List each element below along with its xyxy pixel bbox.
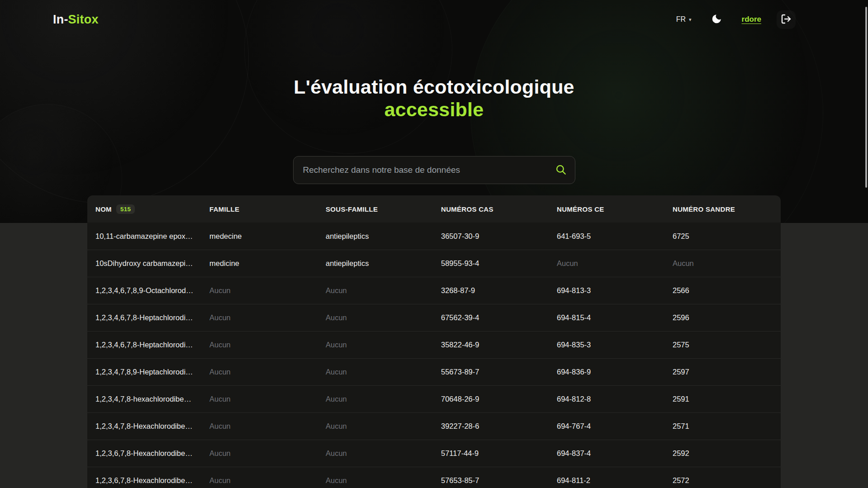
cell-numero-sandre: 2596 <box>673 313 773 322</box>
page-scrollbar[interactable] <box>863 0 868 488</box>
search-input[interactable] <box>294 156 552 184</box>
cell-sous-famille: Aucun <box>326 313 441 322</box>
cell-nom: 1,2,3,4,6,7,8-Heptachlorodi… <box>95 313 209 322</box>
cell-numero-sandre: 2597 <box>673 368 773 376</box>
column-header-sous-famille: SOUS-FAMILLE <box>326 205 441 213</box>
cell-numeros-cas: 57653-85-7 <box>441 476 557 485</box>
cell-famille: Aucun <box>209 422 326 431</box>
username-link[interactable]: rdore <box>742 15 761 24</box>
table-row[interactable]: 1,2,3,4,7,8-Hexachlorodibe… Aucun Aucun … <box>87 412 781 440</box>
cell-nom: 10,11-carbamazepine epox… <box>95 232 209 241</box>
cell-sous-famille: Aucun <box>326 341 441 349</box>
cell-numeros-ce: 641-693-5 <box>557 232 673 241</box>
cell-nom: 1,2,3,4,7,8-hexachlorodibe… <box>95 395 209 403</box>
cell-famille: Aucun <box>209 476 326 485</box>
column-header-label: NUMÉROS CAS <box>441 205 493 213</box>
cell-numeros-ce: 694-813-3 <box>557 286 673 295</box>
language-label: FR <box>676 15 686 24</box>
cell-numeros-ce: 694-767-4 <box>557 422 673 431</box>
cell-numeros-cas: 70648-26-9 <box>441 395 557 403</box>
cell-sous-famille: Aucun <box>326 476 441 485</box>
cell-numeros-ce: 694-811-2 <box>557 476 673 485</box>
cell-numeros-ce: 694-812-8 <box>557 395 673 403</box>
cell-numero-sandre: 6725 <box>673 232 773 241</box>
search-icon <box>555 164 567 177</box>
cell-numero-sandre: 2575 <box>673 341 773 349</box>
search-button[interactable] <box>552 164 575 177</box>
cell-sous-famille: antiepileptics <box>326 232 441 241</box>
cell-numeros-cas: 36507-30-9 <box>441 232 557 241</box>
cell-sous-famille: antiepileptics <box>326 259 441 268</box>
column-header-famille: FAMILLE <box>209 205 326 213</box>
logout-icon <box>781 14 792 26</box>
cell-sous-famille: Aucun <box>326 449 441 458</box>
cell-nom: 1,2,3,4,7,8-Hexachlorodibe… <box>95 422 209 431</box>
column-header-label: NUMÉRO SANDRE <box>673 205 735 213</box>
table-row[interactable]: 1,2,3,6,7,8-Hexachlorodibe… Aucun Aucun … <box>87 440 781 467</box>
cell-nom: 1,2,3,6,7,8-Hexachlorodibe… <box>95 476 209 485</box>
column-header-label: SOUS-FAMILLE <box>326 205 378 213</box>
substances-table: NOM 515 FAMILLE SOUS-FAMILLE NUMÉROS CAS… <box>87 195 781 488</box>
column-header-label: NOM <box>95 205 112 213</box>
column-header-numero-sandre: NUMÉRO SANDRE <box>673 205 773 213</box>
cell-numero-sandre: 2591 <box>673 395 773 403</box>
column-header-label: NUMÉROS CE <box>557 205 604 213</box>
table-body: 10,11-carbamazepine epox… medecine antie… <box>87 223 781 488</box>
table-row[interactable]: 1,2,3,4,6,7,8-Heptachlorodi… Aucun Aucun… <box>87 304 781 331</box>
cell-numeros-cas: 67562-39-4 <box>441 313 557 322</box>
brand-logo[interactable]: In-Sitox <box>53 13 99 27</box>
cell-numero-sandre: 2566 <box>673 286 773 295</box>
search-bar <box>293 156 575 184</box>
language-selector[interactable]: FR ▾ <box>676 15 692 24</box>
cell-nom: 1,2,3,4,6,7,8,9-Octachlorod… <box>95 286 209 295</box>
cell-nom: 1,2,3,6,7,8-Hexachlorodibe… <box>95 449 209 458</box>
cell-numero-sandre: 2592 <box>673 449 773 458</box>
table-row[interactable]: 1,2,3,4,7,8,9-Heptachlorodi… Aucun Aucun… <box>87 358 781 385</box>
cell-numeros-ce: 694-835-3 <box>557 341 673 349</box>
table-row[interactable]: 10,11-carbamazepine epox… medecine antie… <box>87 223 781 250</box>
cell-numeros-cas: 57117-44-9 <box>441 449 557 458</box>
cell-famille: Aucun <box>209 368 326 376</box>
column-header-numeros-ce: NUMÉROS CE <box>557 205 673 213</box>
cell-famille: Aucun <box>209 395 326 403</box>
brand-suffix: Sitox <box>68 13 99 26</box>
page: In-Sitox FR ▾ rdore <box>0 0 868 488</box>
moon-icon <box>711 13 722 26</box>
cell-numero-sandre: 2571 <box>673 422 773 431</box>
cell-numeros-cas: 39227-28-6 <box>441 422 557 431</box>
cell-famille: Aucun <box>209 286 326 295</box>
page-title-line2: accessible <box>0 98 868 121</box>
table-header: NOM 515 FAMILLE SOUS-FAMILLE NUMÉROS CAS… <box>87 195 781 223</box>
logout-button[interactable] <box>777 10 796 29</box>
cell-numeros-cas: 58955-93-4 <box>441 259 557 268</box>
cell-numeros-cas: 35822-46-9 <box>441 341 557 349</box>
cell-nom: 1,2,3,4,6,7,8-Heptachlorodi… <box>95 341 209 349</box>
cell-sous-famille: Aucun <box>326 286 441 295</box>
table-row[interactable]: 1,2,3,4,6,7,8-Heptachlorodi… Aucun Aucun… <box>87 331 781 358</box>
cell-numeros-cas: 3268-87-9 <box>441 286 557 295</box>
cell-sous-famille: Aucun <box>326 368 441 376</box>
cell-numeros-ce: 694-836-9 <box>557 368 673 376</box>
column-header-label: FAMILLE <box>209 205 239 213</box>
cell-sous-famille: Aucun <box>326 395 441 403</box>
cell-numeros-ce: 694-815-4 <box>557 313 673 322</box>
page-title: L'évaluation écotoxicologique accessible <box>0 76 868 121</box>
column-header-nom: NOM 515 <box>95 204 209 214</box>
table-row[interactable]: 1,2,3,4,6,7,8,9-Octachlorod… Aucun Aucun… <box>87 277 781 304</box>
nav-right-group: FR ▾ rdore <box>676 10 796 29</box>
cell-numeros-cas: 55673-89-7 <box>441 368 557 376</box>
cell-nom: 1,2,3,4,7,8,9-Heptachlorodi… <box>95 368 209 376</box>
scrollbar-thumb[interactable] <box>865 7 867 188</box>
table-row[interactable]: 10sDihydroxy carbamazepi… medicine antie… <box>87 250 781 277</box>
cell-famille: Aucun <box>209 313 326 322</box>
cell-numeros-ce: Aucun <box>557 259 673 268</box>
theme-toggle-button[interactable] <box>707 10 726 29</box>
chevron-down-icon: ▾ <box>689 17 692 23</box>
cell-famille: Aucun <box>209 341 326 349</box>
table-row[interactable]: 1,2,3,4,7,8-hexachlorodibe… Aucun Aucun … <box>87 385 781 412</box>
column-header-numeros-cas: NUMÉROS CAS <box>441 205 557 213</box>
cell-famille: medecine <box>209 232 326 241</box>
cell-famille: Aucun <box>209 449 326 458</box>
table-row[interactable]: 1,2,3,6,7,8-Hexachlorodibe… Aucun Aucun … <box>87 467 781 488</box>
page-title-line1: L'évaluation écotoxicologique <box>0 76 868 98</box>
